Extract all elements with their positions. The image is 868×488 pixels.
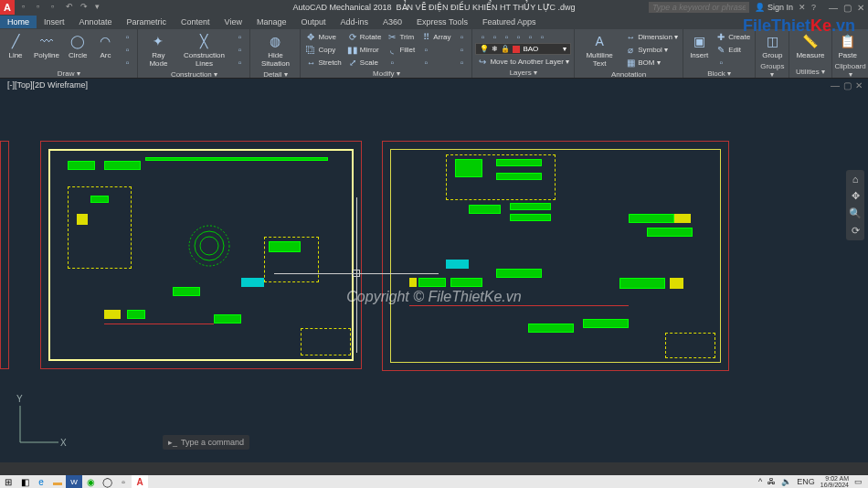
exchange-icon[interactable]: ✕ — [799, 3, 806, 12]
help-search-input[interactable] — [649, 2, 749, 13]
panel-title-layers[interactable]: Layers ▾ — [475, 68, 571, 78]
tray-lang[interactable]: ENG — [797, 477, 815, 486]
tab-a360[interactable]: A360 — [376, 16, 409, 28]
drawing-canvas[interactable]: [-][Top][2D Wireframe] — ▢ ✕ — [0, 79, 868, 462]
qat-undo-icon[interactable]: ↶ — [66, 2, 77, 13]
tab-content[interactable]: Content — [174, 16, 217, 28]
qat-redo-icon[interactable]: ↷ — [80, 2, 91, 13]
draw-extra-1[interactable]: ▫ — [120, 30, 134, 43]
taskbar-chrome-icon[interactable]: ◯ — [99, 475, 115, 488]
qat-more-icon[interactable]: ▾ — [95, 2, 106, 13]
taskbar-explorer-icon[interactable]: ▬ — [49, 475, 66, 488]
modify-extra-2[interactable]: ▫ — [418, 43, 452, 56]
layer-dropdown[interactable]: 💡❄🔒BAO▾ — [475, 43, 571, 55]
move-button[interactable]: ✥Move — [303, 30, 343, 43]
scale-button[interactable]: ⤢Scale — [345, 56, 384, 69]
bom-button[interactable]: ▦BOM ▾ — [623, 56, 680, 69]
rotate-button[interactable]: ⟳Rotate — [345, 30, 384, 43]
tray-up-icon[interactable]: ^ — [758, 477, 762, 486]
vp-close-icon[interactable]: ✕ — [855, 80, 863, 90]
tab-manage[interactable]: Manage — [249, 16, 294, 28]
taskbar-app2-icon[interactable]: ▫ — [115, 475, 132, 488]
vp-min-icon[interactable]: — — [831, 80, 840, 90]
app-logo[interactable]: A — [0, 0, 15, 15]
multiline-text-button[interactable]: AMultiline Text — [577, 30, 621, 69]
navbar-pan-icon[interactable]: ✥ — [852, 190, 860, 202]
insert-button[interactable]: ▣Insert — [686, 30, 712, 61]
modify-extra-3[interactable]: ▫ — [418, 56, 452, 69]
maximize-button[interactable]: ▢ — [843, 3, 852, 13]
draw-extra-2[interactable]: ▫ — [120, 43, 134, 56]
polyline-button[interactable]: 〰Polyline — [30, 30, 63, 61]
stretch-button[interactable]: ↔Stretch — [303, 56, 343, 69]
modify-extra-5[interactable]: ▫ — [454, 43, 469, 56]
tray-clock[interactable]: 9:02 AM 16/9/2024 — [820, 475, 849, 488]
tray-network-icon[interactable]: 🖧 — [767, 477, 776, 486]
viewport-label[interactable]: [-][Top][2D Wireframe] — [7, 80, 88, 90]
navbar-home-icon[interactable]: ⌂ — [852, 174, 859, 185]
close-button[interactable]: ✕ — [857, 3, 864, 13]
block-extra[interactable]: ▫ — [714, 56, 752, 69]
draw-extra-3[interactable]: ▫ — [120, 56, 134, 69]
vp-max-icon[interactable]: ▢ — [843, 80, 852, 90]
taskbar-app-icon[interactable]: ◉ — [82, 475, 99, 488]
arc-button[interactable]: ◠Arc — [92, 30, 118, 61]
tab-annotate[interactable]: Annotate — [72, 16, 120, 28]
move-to-layer-button[interactable]: ↪Move to Another Layer ▾ — [475, 55, 571, 68]
panel-title-clipboard[interactable]: Clipboard ▾ — [835, 61, 866, 80]
fillet-button[interactable]: ◟Fillet — [385, 43, 417, 56]
tab-parametric[interactable]: Parametric — [120, 16, 175, 28]
navbar-zoom-icon[interactable]: 🔍 — [849, 207, 862, 219]
tray-notifications-icon[interactable]: ▭ — [854, 477, 863, 486]
panel-title-modify[interactable]: Modify ▾ — [303, 69, 469, 79]
array-button[interactable]: ⠿Array — [418, 30, 452, 43]
layer-swatch-6[interactable]: ▫ — [536, 31, 547, 42]
panel-title-groups[interactable]: Groups ▾ — [758, 61, 786, 80]
qat-save-icon[interactable]: ▫ — [51, 2, 62, 13]
layer-swatch-3[interactable]: ▫ — [501, 31, 512, 42]
taskbar-word-icon[interactable]: W — [66, 475, 82, 488]
tray-volume-icon[interactable]: 🔈 — [781, 477, 791, 486]
circle-button[interactable]: ◯Circle — [65, 30, 90, 61]
trim-button[interactable]: ✂Trim — [385, 30, 417, 43]
taskbar-edge-icon[interactable]: e — [33, 475, 49, 488]
taskview-button[interactable]: ◧ — [16, 475, 33, 488]
navbar-orbit-icon[interactable]: ⟳ — [852, 225, 860, 237]
modify-extra-4[interactable]: ▫ — [454, 30, 469, 43]
layer-swatch-4[interactable]: ▫ — [513, 31, 524, 42]
dimension-button[interactable]: ↔Dimension ▾ — [623, 30, 680, 43]
tab-addins[interactable]: Add-ins — [333, 16, 376, 28]
tab-featured[interactable]: Featured Apps — [475, 16, 544, 28]
tab-home[interactable]: Home — [0, 16, 37, 28]
constr-extra-3[interactable]: ▫ — [232, 56, 247, 69]
taskbar-autocad-icon[interactable]: A — [132, 475, 148, 488]
tab-insert[interactable]: Insert — [37, 16, 72, 28]
panel-title-block[interactable]: Block ▾ — [686, 69, 752, 79]
ucs-icon[interactable]: Y X — [13, 395, 68, 453]
layer-swatch-5[interactable]: ▫ — [524, 31, 535, 42]
block-edit-button[interactable]: ✎Edit — [714, 43, 752, 56]
ray-mode-button[interactable]: ✦Ray Mode — [141, 30, 175, 69]
layer-swatch-2[interactable]: ▫ — [489, 31, 500, 42]
symbol-button[interactable]: ⌀Symbol ▾ — [623, 43, 680, 56]
qat-new-icon[interactable]: ▫ — [22, 2, 33, 13]
line-button[interactable]: ╱Line — [3, 30, 28, 61]
copy-button[interactable]: ⿻Copy — [303, 43, 343, 56]
tab-express[interactable]: Express Tools — [409, 16, 475, 28]
panel-title-draw[interactable]: Draw ▾ — [3, 69, 134, 79]
minimize-button[interactable]: — — [829, 3, 838, 13]
constr-extra-2[interactable]: ▫ — [232, 43, 247, 56]
hide-situation-button[interactable]: ◍Hide Situation — [253, 30, 297, 69]
constr-extra-1[interactable]: ▫ — [232, 30, 247, 43]
start-button[interactable]: ⊞ — [0, 475, 16, 488]
panel-title-utilities[interactable]: Utilities ▾ — [792, 67, 828, 77]
tab-output[interactable]: Output — [294, 16, 333, 28]
modify-extra-6[interactable]: ▫ — [454, 56, 469, 69]
layer-swatch-1[interactable]: ▫ — [477, 31, 488, 42]
construction-lines-button[interactable]: ╳Construction Lines — [177, 30, 230, 69]
modify-extra-1[interactable]: ▫ — [385, 56, 417, 69]
sign-in-button[interactable]: 👤 Sign In — [755, 3, 793, 12]
tab-view[interactable]: View — [217, 16, 249, 28]
help-icon[interactable]: ? — [811, 3, 816, 12]
qat-open-icon[interactable]: ▫ — [37, 2, 48, 13]
